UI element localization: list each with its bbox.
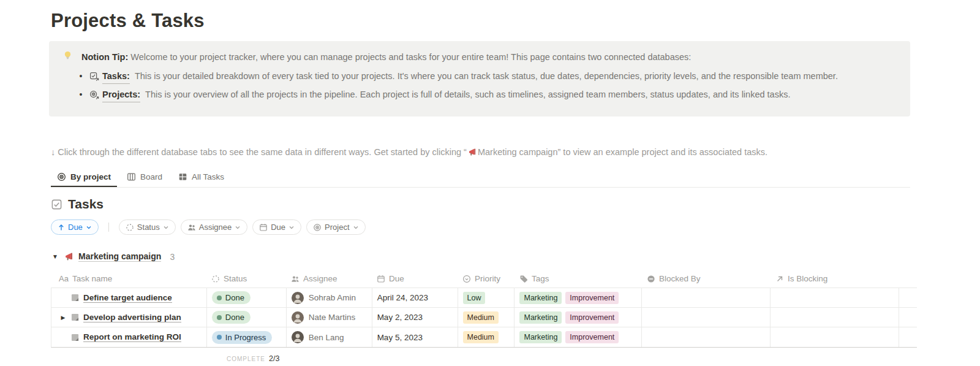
empty-cell [899,327,917,347]
due-cell[interactable]: May 5, 2023 [372,327,458,347]
tags-cell[interactable]: Marketing Improvement [514,327,642,347]
projects-link-label[interactable]: Projects: [102,88,140,102]
priority-cell[interactable]: Medium [458,327,515,347]
status-dot [217,335,222,340]
priority-cell[interactable]: Low [458,288,515,307]
group-collapse-toggle[interactable]: ▼ [51,253,59,260]
people-icon [187,223,196,232]
page-icon [70,333,80,342]
tab-all-tasks[interactable]: All Tasks [172,169,230,187]
status-dot [217,315,222,320]
is-blocking-cell[interactable] [771,327,899,347]
arrow-down-circle-icon [462,275,471,283]
filter-pill-status[interactable]: Status [119,219,176,235]
task-row-report-on-marketing-roi[interactable]: Report on marketing ROI In Progress Ben … [51,327,917,347]
blocked-by-cell[interactable] [642,327,771,347]
megaphone-icon [64,252,74,261]
target-icon [57,172,66,181]
column-header-task-name[interactable]: Aa Task name [51,270,206,288]
filter-pill-project[interactable]: Project [306,219,365,235]
task-title[interactable]: Define target audience [83,293,172,303]
tab-label: By project [70,172,111,181]
checkbox-icon [51,199,62,210]
tab-board[interactable]: Board [121,169,168,187]
task-name-cell[interactable]: Report on marketing ROI [51,327,207,347]
is-blocking-cell[interactable] [771,288,899,307]
blocked-by-cell[interactable] [642,308,771,327]
tasks-page-link[interactable]: Tasks: [89,69,130,84]
is-blocking-cell[interactable] [771,308,899,327]
status-spinner-icon [126,223,134,232]
sort-pill-due[interactable]: Due [51,219,99,235]
task-row-define-target-audience[interactable]: Define target audience Done Sohrab Amin … [51,288,917,308]
filter-pill-label: Status [137,223,160,232]
column-header-status[interactable]: Status [206,270,286,288]
tags-cell[interactable]: Marketing Improvement [514,288,642,307]
blocked-icon [647,275,655,283]
column-header-assignee[interactable]: Assignee [286,270,372,288]
tag-badge-improvement: Improvement [565,311,619,324]
blocked-by-cell[interactable] [642,288,771,307]
column-label: Priority [475,274,500,283]
task-title[interactable]: Develop advertising plan [83,313,181,322]
tab-by-project[interactable]: By project [51,169,117,187]
calendar-icon [377,275,385,283]
column-label: Blocked By [659,274,701,283]
column-label: Due [389,274,404,283]
filter-pill-label: Due [271,223,285,232]
task-title[interactable]: Report on marketing ROI [83,332,181,342]
table-header-row: Aa Task name Status Assignee Due [51,270,917,288]
column-label: Is Blocking [788,274,827,283]
board-icon [127,172,136,181]
projects-page-link[interactable]: Projects: [89,88,140,102]
filter-pill-due[interactable]: Due [252,219,301,235]
task-name-cell[interactable]: Define target audience [51,288,207,307]
column-header-tags[interactable]: Tags [514,270,642,288]
chevron-down-icon [86,224,92,231]
page-icon [70,313,80,322]
tip-bullets: • Tasks: This is your detailed breakdown… [62,69,899,102]
priority-cell[interactable]: Medium [458,308,515,327]
status-cell[interactable]: In Progress [207,327,287,347]
calc-value: 2/3 [269,354,279,363]
chevron-down-icon [163,224,169,231]
filter-pill-label: Project [325,223,349,232]
column-header-priority[interactable]: Priority [458,270,514,288]
page-title[interactable]: Projects & Tasks [51,0,980,32]
tags-cell[interactable]: Marketing Improvement [514,308,642,327]
filter-pill-assignee[interactable]: Assignee [181,219,247,235]
status-cell[interactable]: Done [207,308,287,327]
column-header-due[interactable]: Due [372,270,458,288]
campaign-link-inline: Marketing campaign [478,147,558,157]
avatar [292,292,304,304]
empty-cell [899,308,917,327]
tip-text: Notion Tip: Welcome to your project trac… [81,50,691,64]
assignee-name: Nate Martins [309,313,356,322]
tasks-bullet-text: This is your detailed breakdown of every… [135,69,838,83]
group-campaign-link[interactable]: Marketing campaign [78,251,161,262]
notion-tip-callout: Notion Tip: Welcome to your project trac… [49,41,910,116]
empty-cell [899,288,917,307]
column-header-blocked-by[interactable]: Blocked By [642,270,771,288]
megaphone-icon [468,148,477,156]
column-header-is-blocking[interactable]: Is Blocking [771,270,899,288]
page-icon [70,293,80,302]
complete-calculation[interactable]: COMPLETE 2/3 [227,354,980,363]
status-cell[interactable]: Done [207,288,287,307]
tip-label: Notion Tip: [81,52,128,62]
projects-target-link-icon [89,90,99,100]
subtask-expand-toggle[interactable]: ▶ [59,315,67,321]
bullet-dot: • [77,69,85,83]
calc-label: COMPLETE [227,356,265,362]
assignee-cell[interactable]: Sohrab Amin [287,288,372,307]
task-row-develop-advertising-plan[interactable]: ▶ Develop advertising plan Done Nate Mar… [51,308,917,327]
tasks-section-header: Tasks [51,197,980,212]
column-label: Task name [72,274,112,283]
task-name-cell[interactable]: ▶ Develop advertising plan [51,308,207,327]
due-cell[interactable]: May 2, 2023 [372,308,458,327]
due-cell[interactable]: April 24, 2023 [372,288,458,307]
group-header-marketing-campaign: ▼ Marketing campaign 3 [51,251,980,262]
assignee-cell[interactable]: Nate Martins [287,308,372,327]
assignee-cell[interactable]: Ben Lang [287,327,372,347]
tasks-link-label[interactable]: Tasks: [102,69,130,84]
